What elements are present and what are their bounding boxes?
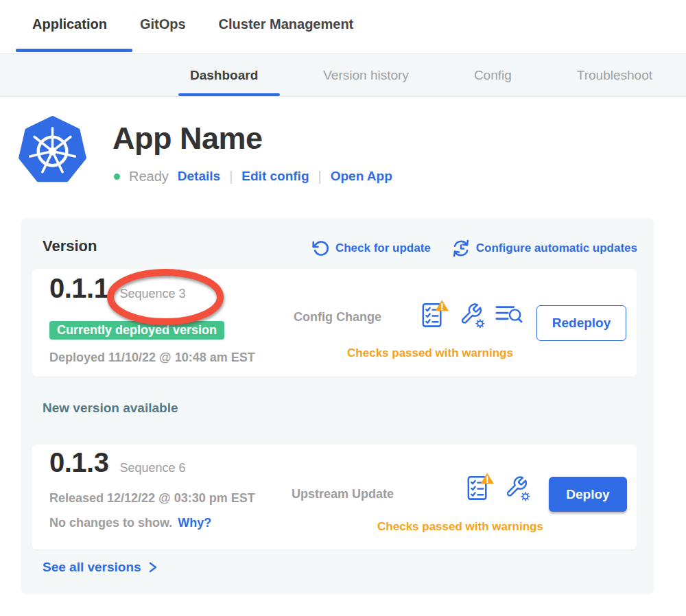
page: Application GitOps Cluster Management Da… [0, 0, 686, 616]
edit-config-link[interactable]: Edit config [241, 169, 309, 184]
current-version-check-icons [418, 299, 523, 331]
active-nav-underline [16, 49, 132, 52]
deploy-button[interactable]: Deploy [549, 477, 627, 512]
new-version-check-icons [464, 472, 531, 504]
currently-deployed-badge: Currently deployed version [49, 321, 224, 340]
chevron-right-icon [147, 561, 158, 573]
primary-nav: Application GitOps Cluster Management [0, 0, 686, 54]
new-version-heading: New version available [43, 401, 178, 416]
released-timestamp: Released 12/12/22 @ 03:30 pm EST [49, 491, 255, 506]
version-section: Version Check for update Configure autom… [21, 218, 654, 594]
see-all-versions-link[interactable]: See all versions [43, 560, 158, 575]
open-app-link[interactable]: Open App [331, 169, 392, 184]
tab-dashboard[interactable]: Dashboard [190, 68, 258, 83]
release-notes-icon[interactable] [495, 301, 523, 329]
active-tab-underline [178, 93, 280, 96]
nav-item-cluster-management[interactable]: Cluster Management [219, 16, 354, 32]
status-dot-icon [114, 174, 120, 180]
check-for-update-label: Check for update [335, 241, 431, 255]
check-for-update-link[interactable]: Check for update [311, 239, 431, 258]
page-title: App Name [113, 121, 263, 156]
current-version-number: 0.1.1 [49, 273, 108, 304]
current-version-source-label: Config Change [294, 310, 381, 324]
details-link[interactable]: Details [178, 169, 220, 184]
no-changes-text: No changes to show. [49, 516, 172, 530]
new-version-checks-status[interactable]: Checks passed with warnings [357, 520, 563, 534]
tab-version-history[interactable]: Version history [323, 68, 409, 83]
app-status-row: Ready Details | Edit config | Open App [114, 167, 392, 186]
new-version-source-label: Upstream Update [292, 487, 394, 501]
refresh-icon [311, 239, 330, 258]
deployed-timestamp: Deployed 11/10/22 @ 10:48 am EST [49, 351, 255, 365]
configure-automatic-updates-label: Configure automatic updates [476, 241, 637, 255]
status-label: Ready [129, 169, 169, 185]
current-version-card: 0.1.1 Sequence 3 Currently deployed vers… [32, 269, 637, 377]
tab-troubleshoot[interactable]: Troubleshoot [577, 68, 652, 83]
current-version-checks-status[interactable]: Checks passed with warnings [327, 346, 533, 360]
why-link[interactable]: Why? [178, 516, 211, 530]
current-version-sequence: Sequence 3 [119, 287, 185, 301]
config-tools-icon[interactable] [458, 300, 486, 330]
see-all-versions-label: See all versions [43, 560, 141, 575]
tab-config[interactable]: Config [474, 68, 512, 83]
new-version-number: 0.1.3 [49, 447, 108, 478]
new-version-card: 0.1.3 Sequence 6 Released 12/12/22 @ 03:… [32, 445, 637, 549]
redeploy-button[interactable]: Redeploy [536, 305, 626, 341]
preflight-checklist-warning-icon[interactable] [464, 472, 495, 504]
configure-automatic-updates-link[interactable]: Configure automatic updates [451, 239, 637, 258]
config-tools-icon[interactable] [504, 473, 531, 503]
preflight-checklist-warning-icon[interactable] [418, 299, 449, 331]
version-section-heading: Version [43, 237, 97, 255]
link-separator: | [318, 169, 321, 185]
secondary-nav: Dashboard Version history Config Trouble… [0, 54, 686, 97]
clock-refresh-icon [451, 239, 471, 258]
nav-item-gitops[interactable]: GitOps [140, 16, 186, 32]
new-version-sequence: Sequence 6 [119, 461, 185, 475]
nav-item-application[interactable]: Application [32, 16, 107, 32]
version-actions: Check for update Configure automatic upd… [311, 239, 637, 258]
link-separator: | [229, 169, 233, 185]
kubernetes-logo-icon [19, 115, 86, 183]
